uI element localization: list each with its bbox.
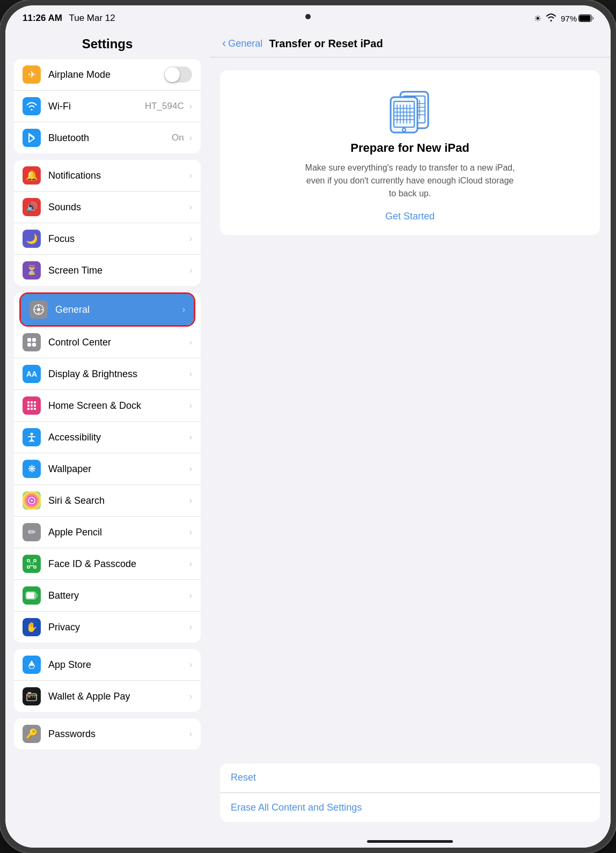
svg-rect-27 [34,566,36,568]
homescreen-label: Home Screen & Dock [48,400,187,411]
focus-icon: 🌙 [23,230,41,248]
main-content: Settings ✈ Airplane Mode [5,28,611,848]
sidebar-item-pencil[interactable]: ✏ Apple Pencil › [14,517,201,548]
svg-rect-25 [34,560,36,562]
get-started-button[interactable]: Get Started [385,211,435,222]
sidebar-item-display[interactable]: AA Display & Brightness › [14,358,201,390]
svg-rect-19 [31,408,33,410]
siri-icon [23,491,41,510]
airplane-icon: ✈ [23,65,41,84]
back-chevron-icon: ‹ [222,36,226,50]
wifi-value: HT_594C [145,101,184,112]
general-label: General [55,304,180,315]
status-right: ☀ 97% [534,13,593,24]
front-camera [305,14,311,19]
svg-rect-16 [31,405,33,407]
back-button[interactable]: ‹ General [222,36,262,50]
camera-area [305,14,311,19]
ipad-device: 11:26 AM Tue Mar 12 ☀ 97% [0,0,616,853]
detail-header: ‹ General Transfer or Reset iPad [209,28,611,57]
airplane-toggle[interactable] [164,67,192,83]
siri-chevron: › [189,496,192,505]
status-time: 11:26 AM [23,13,62,23]
faceid-chevron: › [189,559,192,569]
svg-rect-18 [27,408,30,410]
sidebar-item-wallet[interactable]: Wallet & Apple Pay › [14,681,201,712]
detail-title: Transfer or Reset iPad [269,38,383,50]
wallpaper-chevron: › [189,464,192,474]
sidebar-item-battery[interactable]: Battery › [14,580,201,612]
wifi-icon-sidebar [23,97,41,115]
homescreen-chevron: › [189,401,192,410]
battery-icon-sidebar [23,586,41,605]
pencil-chevron: › [189,527,192,537]
wallpaper-icon: ❋ [23,460,41,478]
wallet-icon [23,687,41,705]
notifications-label: Notifications [48,170,187,181]
prepare-icon-area [383,87,437,130]
detail-panel: ‹ General Transfer or Reset iPad [209,28,611,848]
sidebar-item-accessibility[interactable]: Accessibility › [14,422,201,453]
home-bar [367,840,453,843]
controlcenter-chevron: › [189,337,192,347]
display-chevron: › [189,369,192,379]
reset-label: Reset [231,772,256,783]
sidebar[interactable]: Settings ✈ Airplane Mode [5,28,209,848]
svg-point-28 [30,563,31,564]
sidebar-item-privacy[interactable]: ✋ Privacy › [14,612,201,643]
display-label: Display & Brightness [48,369,187,380]
wallpaper-label: Wallpaper [48,464,187,475]
accessibility-chevron: › [189,432,192,442]
prepare-card: Prepare for New iPad Make sure everythin… [220,70,600,235]
sidebar-item-general[interactable]: General › [21,294,194,325]
svg-rect-35 [32,696,33,697]
sidebar-item-screentime[interactable]: ⏳ Screen Time › [14,255,201,286]
svg-rect-17 [34,405,36,407]
active-general-wrapper: General › [19,292,195,327]
sounds-icon: 🔊 [23,198,41,216]
focus-label: Focus [48,233,187,245]
privacy-label: Privacy [48,622,187,633]
sidebar-item-siri[interactable]: Siri & Search › [14,485,201,517]
sidebar-item-wifi[interactable]: Wi-Fi HT_594C › [14,91,201,122]
reset-button[interactable]: Reset [220,763,600,792]
appstore-label: App Store [48,659,187,671]
sidebar-item-passwords[interactable]: 🔑 Passwords › [14,718,201,749]
bluetooth-icon [23,129,41,147]
passwords-label: Passwords [48,729,187,740]
sidebar-item-bluetooth[interactable]: Bluetooth On › [14,122,201,153]
sidebar-item-faceid[interactable]: Face ID & Passcode › [14,548,201,580]
privacy-chevron: › [189,622,192,632]
sidebar-item-focus[interactable]: 🌙 Focus › [14,223,201,255]
pencil-icon: ✏ [23,523,41,541]
sidebar-item-homescreen[interactable]: Home Screen & Dock › [14,390,201,422]
sidebar-item-appstore[interactable]: App Store › [14,649,201,681]
svg-rect-12 [27,401,30,403]
sidebar-item-notifications[interactable]: 🔔 Notifications › [14,160,201,192]
settings-group-system2: General › Contr [14,292,201,643]
appstore-chevron: › [189,660,192,670]
svg-rect-24 [27,560,30,562]
screentime-chevron: › [189,266,192,275]
screentime-icon: ⏳ [23,261,41,280]
wifi-chevron: › [189,101,192,111]
sidebar-item-wallpaper[interactable]: ❋ Wallpaper › [14,453,201,485]
svg-rect-33 [28,692,31,694]
erase-button[interactable]: Erase All Content and Settings [220,793,600,822]
sidebar-item-sounds[interactable]: 🔊 Sounds › [14,192,201,223]
bottom-actions: Reset Erase All Content and Settings [220,763,600,822]
svg-rect-14 [34,401,36,403]
detail-spacer [209,423,611,763]
svg-point-21 [31,433,33,436]
general-chevron: › [182,305,185,314]
faceid-icon [23,555,41,573]
sidebar-item-controlcenter[interactable]: Control Center › [14,327,201,358]
airplane-label: Airplane Mode [48,69,164,80]
svg-rect-36 [34,696,35,697]
accessibility-label: Accessibility [48,432,187,443]
wifi-label: Wi-Fi [48,101,145,112]
svg-point-3 [37,308,40,311]
sidebar-item-airplane[interactable]: ✈ Airplane Mode [14,59,201,91]
controlcenter-label: Control Center [48,337,187,348]
notifications-chevron: › [189,171,192,180]
